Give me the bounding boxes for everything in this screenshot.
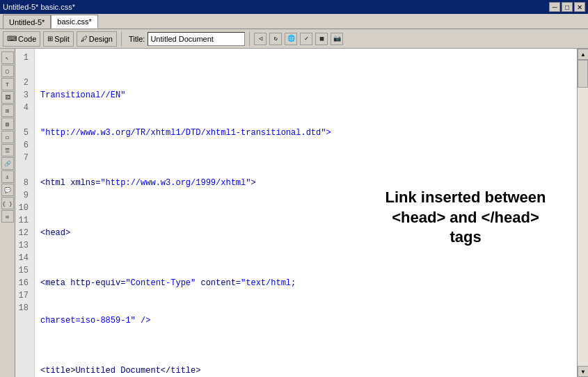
title-bar: Untitled-5* basic.css* ─ □ ✕ (0, 0, 588, 14)
code-line-1b: "http://www.w3.org/TR/xhtml1/DTD/xhtml1-… (40, 127, 571, 139)
left-sidebar: ↖ ▢ T 🖼 ⊞ ▤ ◻ ☰ 🔗 ⚓ 💬 { } ✉ (0, 49, 15, 377)
code-line-4b: charset=iso-8859-1" /> (40, 314, 571, 327)
line-num-3: 3 (18, 89, 31, 102)
annotation-line1: Link inserted between (368, 188, 563, 208)
line-num-1: 1 (18, 51, 31, 64)
title-bar-controls: ─ □ ✕ (549, 2, 585, 12)
tool-email[interactable]: ✉ (1, 210, 14, 223)
tool-div[interactable]: ◻ (1, 131, 14, 143)
grid-icon[interactable]: ▦ (315, 33, 328, 45)
tab-untitled5[interactable]: Untitled-5* (3, 15, 51, 29)
code-text-4b: charset=iso-8859-1" /> (40, 316, 150, 326)
line-num-7: 7 (18, 152, 31, 164)
code-text-3: <head> (40, 228, 70, 238)
tool-table[interactable]: ⊞ (1, 104, 14, 117)
code-label: Code (18, 35, 36, 43)
code-editor: 1 2 3 4 5 6 7 8 9 10 11 12 13 14 15 16 1… (15, 49, 588, 377)
minimize-button[interactable]: ─ (549, 2, 560, 12)
tool-script[interactable]: { } (1, 197, 14, 209)
globe-icon[interactable]: 🌐 (285, 33, 297, 45)
line-num-9: 9 (18, 189, 31, 202)
line-num-15: 15 (18, 264, 31, 277)
tool-image[interactable]: 🖼 (1, 91, 14, 104)
annotation-line2: <head> and </head> (368, 208, 563, 228)
scroll-thumb[interactable] (578, 60, 588, 88)
line-num-4: 4 (18, 102, 31, 114)
line-num-16: 16 (18, 277, 31, 289)
line-num-14: 14 (18, 252, 31, 264)
tool-select[interactable]: ▢ (1, 65, 14, 77)
title-bar-left: Untitled-5* basic.css* (3, 3, 75, 11)
code-line-5: <title>Untitled Document</title> (40, 364, 571, 377)
scrollbar: ▲ ▼ (577, 49, 588, 377)
tool-text[interactable]: T (1, 78, 14, 90)
line-num-8: 8 (18, 177, 31, 189)
code-text-4: <meta http-equiv="Content-Type" content=… (40, 278, 296, 288)
title-label: Title: (129, 35, 145, 43)
toolbar-sep-2 (249, 32, 250, 46)
line-num-5: 5 (18, 127, 31, 139)
line-num-18: 18 (18, 302, 31, 314)
tool-link[interactable]: 🔗 (1, 157, 14, 170)
code-text-2: <html xmlns="http://www.w3.org/1999/xhtm… (40, 178, 256, 188)
line-numbers: 1 2 3 4 5 6 7 8 9 10 11 12 13 14 15 16 1… (15, 49, 35, 377)
split-button[interactable]: ⊞ Split (43, 31, 73, 47)
code-line-4: <meta http-equiv="Content-Type" content=… (40, 277, 571, 289)
back-icon[interactable]: ◁ (254, 33, 267, 45)
design-icon: 🖊 (81, 35, 88, 42)
tab-bar: Untitled-5* basic.css* (0, 14, 588, 29)
code-line-1: Transitional//EN" (40, 89, 571, 102)
code-text-1: Transitional//EN" (40, 90, 125, 100)
scroll-up-button[interactable]: ▲ (578, 49, 588, 60)
code-button[interactable]: ⌨ Code (3, 31, 40, 47)
design-button[interactable]: 🖊 Design (77, 31, 117, 47)
tool-layout[interactable]: ▤ (1, 118, 14, 130)
scroll-down-button[interactable]: ▼ (578, 366, 588, 377)
validate-icon[interactable]: ✓ (300, 33, 312, 45)
line-num-11: 11 (18, 214, 31, 227)
annotation-line3: tags (368, 227, 563, 248)
code-area: Transitional//EN" "http://www.w3.org/TR/… (35, 49, 577, 377)
toolbar: ⌨ Code ⊞ Split 🖊 Design Title: ◁ ↻ 🌐 ✓ ▦… (0, 29, 588, 49)
tool-comment[interactable]: 💬 (1, 184, 14, 196)
refresh-icon[interactable]: ↻ (269, 33, 282, 45)
line-num-6: 6 (18, 139, 31, 152)
scroll-track[interactable] (578, 60, 588, 366)
code-text-1b: "http://www.w3.org/TR/xhtml1/DTD/xhtml1-… (40, 128, 331, 138)
close-button[interactable]: ✕ (574, 2, 585, 12)
line-num-10: 10 (18, 202, 31, 214)
line-num-2: 2 (18, 77, 31, 89)
maximize-button[interactable]: □ (562, 2, 573, 12)
tool-anchor[interactable]: ⚓ (1, 170, 14, 183)
tool-arrow[interactable]: ↖ (1, 51, 14, 64)
tool-form[interactable]: ☰ (1, 144, 14, 157)
title-input[interactable] (148, 32, 245, 46)
app-title: Untitled-5* basic.css* (3, 3, 75, 11)
line-num-cont4 (18, 114, 31, 127)
annotation-text: Link inserted between <head> and </head>… (368, 188, 563, 248)
line-num-17: 17 (18, 289, 31, 302)
camera-icon[interactable]: 📷 (331, 33, 343, 45)
split-label: Split (54, 35, 69, 43)
code-text-5: <title>Untitled Document</title> (40, 366, 200, 376)
design-label: Design (89, 35, 113, 43)
line-num-cont7 (18, 164, 31, 177)
editor-container: ↖ ▢ T 🖼 ⊞ ▤ ◻ ☰ 🔗 ⚓ 💬 { } ✉ 1 2 3 4 5 6 … (0, 49, 588, 377)
toolbar-sep-1 (121, 32, 122, 46)
line-num-13: 13 (18, 239, 31, 252)
code-icon: ⌨ (7, 35, 17, 42)
split-icon: ⊞ (47, 35, 53, 42)
line-num-12: 12 (18, 227, 31, 239)
line-num-cont1 (18, 64, 31, 77)
tab-basic-css[interactable]: basic.css* (51, 15, 98, 29)
